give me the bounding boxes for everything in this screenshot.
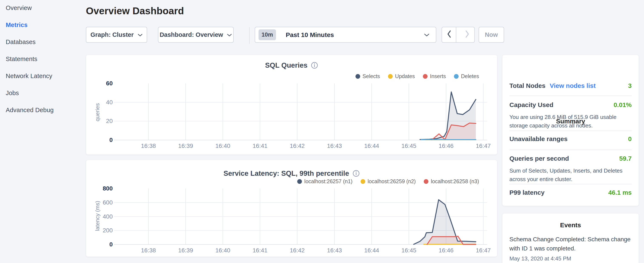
x-axis-tick-label: 16:44 bbox=[357, 143, 386, 149]
sidebar-item-advanced-debug[interactable]: Advanced Debug bbox=[6, 105, 54, 115]
sidebar-nav: OverviewMetricsDatabasesStatementsNetwor… bbox=[0, 0, 78, 263]
sidebar-item-databases[interactable]: Databases bbox=[6, 37, 36, 47]
summary-stat-head: Queries per second59.7 bbox=[510, 155, 632, 162]
x-axis-tick-label: 16:41 bbox=[245, 143, 275, 149]
summary-stat-label: Total Nodes bbox=[510, 82, 545, 89]
view-nodes-list-link[interactable]: View nodes list bbox=[550, 82, 596, 89]
chevron-down-icon bbox=[227, 31, 232, 38]
chart-plot-area[interactable] bbox=[86, 160, 498, 257]
event-timestamp: May 13, 2020 at 4:45 PM bbox=[510, 255, 632, 262]
sidebar-item-statements[interactable]: Statements bbox=[6, 54, 38, 64]
x-axis-tick-label: 16:39 bbox=[171, 143, 200, 149]
chart-card-service-latency-sql-99th-percentile: Service Latency: SQL, 99th percentileloc… bbox=[86, 160, 497, 257]
time-range-selector[interactable]: 10m Past 10 Minutes bbox=[255, 27, 436, 43]
summary-stat-description: Sum of Selects, Updates, Inserts, and De… bbox=[510, 166, 632, 184]
summary-stat-value: 59.7 bbox=[619, 155, 632, 162]
sidebar-item-metrics[interactable]: Metrics bbox=[6, 20, 28, 30]
summary-panel: Summary Total NodesView nodes list3Capac… bbox=[502, 55, 639, 206]
graph-scope-dropdown-label: Graph: Cluster bbox=[90, 31, 134, 38]
chevron-right-icon bbox=[465, 30, 470, 40]
summary-stat-label: Capacity Used bbox=[510, 101, 554, 109]
summary-stat-value: 0.01% bbox=[614, 101, 632, 109]
summary-divider bbox=[510, 150, 632, 150]
summary-stat-queries-per-second: Queries per second59.7Sum of Selects, Up… bbox=[510, 155, 632, 184]
dashboard-dropdown[interactable]: Dashboard: Overview bbox=[158, 27, 234, 43]
summary-stat-p99-latency: P99 latency46.1 ms bbox=[510, 189, 632, 196]
summary-stat-capacity-used: Capacity Used0.01%You are using 28.6 MiB… bbox=[510, 101, 632, 130]
events-panel: Events Schema Change Completed: Schema c… bbox=[502, 213, 639, 263]
x-axis-tick-label: 16:39 bbox=[171, 247, 200, 254]
x-axis-tick-label: 16:42 bbox=[282, 143, 312, 149]
summary-stat-unavailable-ranges: Unavailable ranges0 bbox=[510, 135, 632, 143]
event-text: Schema Change Completed: Schema change w… bbox=[510, 235, 632, 253]
y-axis-tick-label: 0 bbox=[86, 241, 113, 248]
time-pager bbox=[442, 27, 475, 43]
summary-stat-head: Unavailable ranges0 bbox=[510, 135, 632, 143]
x-axis-tick-label: 16:44 bbox=[357, 247, 386, 254]
x-axis-tick-label: 16:38 bbox=[134, 143, 163, 149]
x-axis-tick-label: 16:45 bbox=[394, 247, 424, 254]
summary-stat-value: 46.1 ms bbox=[608, 189, 632, 196]
summary-stat-total-nodes: Total NodesView nodes list3 bbox=[510, 82, 632, 89]
summary-stat-label: Queries per second bbox=[510, 155, 569, 162]
now-button: Now bbox=[478, 27, 504, 43]
time-back-button[interactable] bbox=[442, 27, 456, 42]
x-axis-tick-label: 16:38 bbox=[134, 247, 163, 254]
chevron-down-icon bbox=[424, 31, 430, 38]
y-axis-tick-label: 800 bbox=[86, 185, 113, 192]
chevron-down-icon bbox=[138, 31, 143, 38]
time-forward-button bbox=[460, 27, 474, 42]
summary-stat-description: You are using 28.6 MiB of 515.9 GiB usab… bbox=[510, 113, 632, 130]
chart-plot-area[interactable] bbox=[86, 55, 498, 155]
sidebar-item-overview[interactable]: Overview bbox=[6, 3, 32, 13]
graph-scope-dropdown[interactable]: Graph: Cluster bbox=[86, 27, 147, 43]
summary-stat-label: Unavailable ranges bbox=[510, 135, 568, 143]
x-axis-tick-label: 16:40 bbox=[208, 247, 238, 254]
events-panel-title: Events bbox=[502, 221, 639, 229]
summary-stat-label: P99 latency bbox=[510, 189, 544, 196]
y-axis-unit-label: latency (ms) bbox=[94, 203, 101, 231]
x-axis-tick-label: 16:46 bbox=[431, 247, 461, 254]
toolbar-divider bbox=[249, 27, 250, 44]
summary-stat-head: P99 latency46.1 ms bbox=[510, 189, 632, 196]
x-axis-tick-label: 16:45 bbox=[394, 143, 424, 149]
summary-stat-value: 0 bbox=[628, 135, 632, 143]
sidebar-item-network-latency[interactable]: Network Latency bbox=[6, 71, 52, 81]
x-axis-tick-label: 16:41 bbox=[245, 247, 275, 254]
sidebar-item-jobs[interactable]: Jobs bbox=[6, 88, 19, 98]
x-axis-tick-label: 16:40 bbox=[208, 143, 238, 149]
summary-divider bbox=[510, 184, 632, 184]
summary-stat-head: Capacity Used0.01% bbox=[510, 101, 632, 109]
time-range-label: Past 10 Minutes bbox=[286, 31, 420, 39]
summary-stat-value: 3 bbox=[628, 82, 632, 89]
summary-divider bbox=[510, 96, 632, 96]
dashboard-dropdown-label: Dashboard: Overview bbox=[160, 31, 223, 38]
x-axis-tick-label: 16:43 bbox=[320, 247, 349, 254]
event-list-item[interactable]: Schema Change Completed: Schema change w… bbox=[510, 235, 632, 262]
now-button-label: Now bbox=[485, 31, 498, 38]
x-axis-tick-label: 16:47 bbox=[468, 143, 498, 149]
page-title: Overview Dashboard bbox=[86, 5, 184, 17]
x-axis-tick-label: 16:42 bbox=[282, 247, 312, 254]
chevron-left-icon bbox=[447, 30, 451, 40]
time-range-badge: 10m bbox=[258, 29, 276, 40]
x-axis-tick-label: 16:47 bbox=[468, 247, 498, 254]
y-axis-tick-label: 60 bbox=[86, 80, 113, 87]
x-axis-tick-label: 16:46 bbox=[431, 143, 461, 149]
chart-card-sql-queries: SQL QueriesSelectsUpdatesInsertsDeletes0… bbox=[86, 55, 497, 155]
summary-stat-head: Total NodesView nodes list3 bbox=[510, 82, 632, 89]
y-axis-tick-label: 0 bbox=[86, 136, 113, 144]
y-axis-unit-label: queries bbox=[94, 99, 101, 126]
summary-divider bbox=[510, 131, 632, 131]
x-axis-tick-label: 16:43 bbox=[320, 143, 349, 149]
